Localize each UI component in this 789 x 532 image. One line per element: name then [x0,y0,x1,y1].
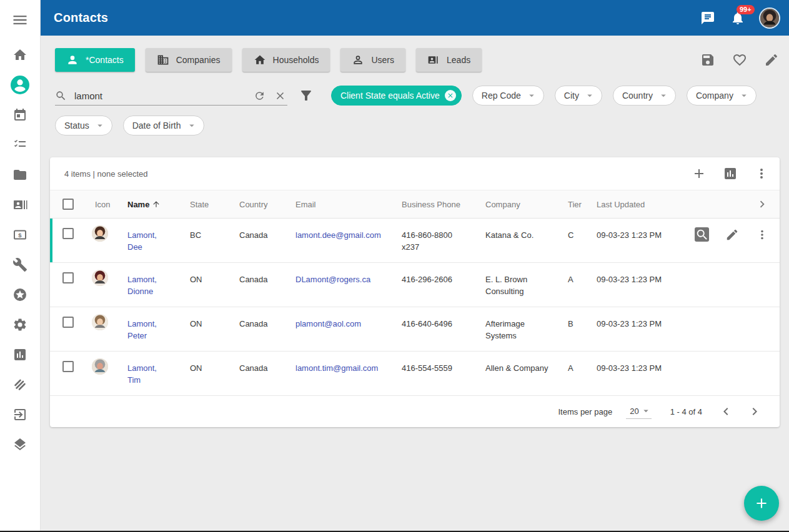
contact-name-link[interactable]: Lamont, Dionne [115,263,177,307]
edit-pencil-icon[interactable] [764,52,779,67]
save-icon[interactable] [700,52,715,67]
notifications-button[interactable]: 99+ [730,11,745,26]
sidebar-item-calendar[interactable] [0,100,40,130]
contact-tier: C [555,219,584,250]
sidebar-item-settings[interactable] [0,310,40,340]
chip-status[interactable]: Status [55,116,112,135]
table-header-row: Icon Name State Country Email Business P… [50,190,780,219]
scroll-columns-right-button[interactable] [678,197,780,211]
contact-tier: A [555,352,584,383]
search-input[interactable] [73,90,254,102]
contact-phone: 416-296-2606 [389,263,473,295]
preview-contact-button[interactable] [695,227,709,242]
column-header-email[interactable]: Email [283,200,389,209]
favorite-heart-icon[interactable] [732,52,747,67]
chart-view-button[interactable] [723,166,738,181]
sidebar-item-exit[interactable] [0,400,40,430]
sidebar-item-folders[interactable] [0,160,40,190]
table-menu-button[interactable] [754,166,769,181]
contact-last-updated: 09-03-23 1:23 PM [584,352,678,383]
table-row[interactable]: Lamont, Tim ON Canada lamont.tim@gmail.c… [50,352,780,396]
sidebar-item-tags[interactable] [0,370,40,400]
wrench-icon [12,257,27,272]
tab-households[interactable]: Households [242,48,330,72]
row-menu-button[interactable] [755,228,769,242]
filter-button[interactable] [299,88,314,103]
contact-email-link[interactable]: lamont.dee@gmail.com [283,219,389,250]
column-header-name[interactable]: Name [115,200,177,209]
column-header-tier[interactable]: Tier [555,200,584,209]
search-field [55,86,287,106]
previous-page-button[interactable] [718,404,733,419]
chat-button[interactable] [700,11,715,26]
sidebar-item-tasks[interactable] [0,130,40,160]
table-row[interactable]: Lamont, Dionne ON Canada DLamont@rogers.… [50,263,780,307]
tab-leads[interactable]: Leads [416,48,482,72]
refresh-icon[interactable] [254,90,265,102]
user-avatar-image [760,9,779,27]
next-page-button[interactable] [747,404,762,419]
sidebar-item-home[interactable] [0,40,40,70]
sidebar-item-tools[interactable] [0,250,40,280]
column-header-updated[interactable]: Last Updated [584,200,678,209]
chip-label: Rep Code [482,91,521,101]
row-checkbox[interactable] [62,317,74,328]
menu-button[interactable] [11,11,29,26]
tab-users[interactable]: Users [340,48,405,72]
sidebar-item-favorites[interactable] [0,280,40,310]
kebab-menu-icon [754,166,769,181]
user-avatar[interactable] [760,9,779,27]
table-row[interactable]: Lamont, Dee BC Canada lamont.dee@gmail.c… [50,219,780,263]
column-header-state[interactable]: State [177,200,227,209]
contact-email-link[interactable]: DLamont@rogers.ca [283,263,389,295]
chip-rep-code[interactable]: Rep Code [472,86,544,106]
contact-email-link[interactable]: plamont@aol.com [283,307,389,339]
sidebar-item-contacts[interactable] [0,70,40,100]
chip-company[interactable]: Company [687,86,757,106]
sidebar-item-contact-cards[interactable] [0,190,40,220]
row-checkbox[interactable] [62,272,74,283]
add-column-button[interactable] [692,166,707,181]
contact-last-updated: 09-03-23 1:23 PM [584,307,678,339]
contact-state: BC [177,219,227,250]
exit-to-app-icon [12,407,27,422]
table-row[interactable]: Lamont, Peter ON Canada plamont@aol.com … [50,307,780,352]
main-content: *Contacts Companies Households Users Lea… [40,36,789,531]
column-header-phone[interactable]: Business Phone [389,200,473,209]
sidebar-nav: $ [0,40,40,460]
star-circle-icon [12,287,27,302]
contact-name-link[interactable]: Lamont, Dee [115,219,177,262]
tab-companies[interactable]: Companies [146,48,232,72]
tab-contacts[interactable]: *Contacts [55,48,135,72]
contact-name-link[interactable]: Lamont, Tim [115,352,177,395]
clear-search-icon[interactable] [274,90,286,102]
chip-date-of-birth[interactable]: Date of Birth [123,116,204,135]
page-title: Contacts [54,11,108,25]
phone-number: 416-296-2606 [402,273,467,285]
chip-country[interactable]: Country [613,86,676,106]
column-header-country[interactable]: Country [227,200,283,209]
items-per-page-label: Items per page [558,407,613,416]
notification-badge: 99+ [737,5,755,14]
edit-contact-button[interactable] [725,228,739,242]
add-contact-fab[interactable] [744,486,779,521]
active-filter-label: Client State equals Active [340,91,440,101]
svg-text:$: $ [18,232,22,239]
person-icon [66,54,79,66]
active-filter-chip[interactable]: Client State equals Active [331,86,462,106]
sidebar-item-reports[interactable] [0,340,40,370]
page-size-select[interactable]: 20 [626,404,651,419]
remove-filter-button[interactable] [445,90,456,101]
column-header-company[interactable]: Company [473,200,555,209]
row-checkbox[interactable] [62,228,74,239]
tab-label: Users [371,55,394,65]
app-bar: Contacts 99+ [40,0,789,36]
row-checkbox[interactable] [62,361,74,372]
sidebar-item-billing[interactable]: $ [0,220,40,250]
select-all-checkbox[interactable] [62,199,74,210]
contact-email-link[interactable]: lamont.tim@gmail.com [283,352,389,383]
contact-name-link[interactable]: Lamont, Peter [115,307,177,351]
sidebar-item-layers[interactable] [0,430,40,460]
chip-city[interactable]: City [555,86,602,106]
contact-last-updated: 09-03-23 1:23 PM [584,219,678,250]
